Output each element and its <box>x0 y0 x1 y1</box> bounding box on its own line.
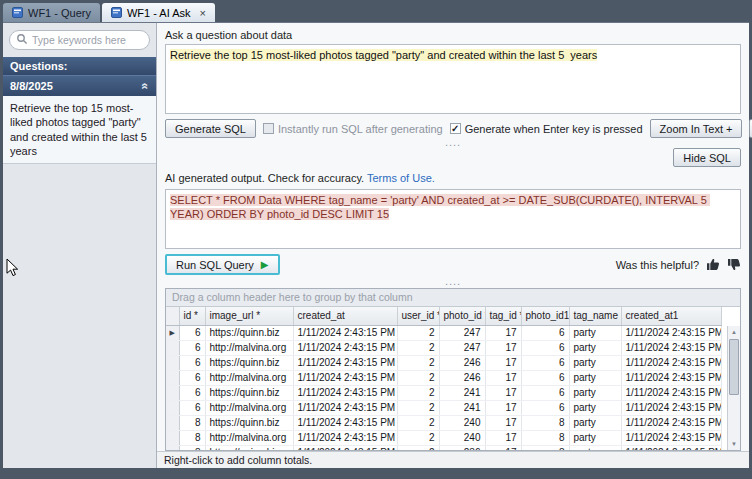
splitter-handle-bottom[interactable]: .... <box>157 277 749 286</box>
row-selector[interactable] <box>166 415 179 430</box>
instant-run-checkbox[interactable] <box>263 123 274 134</box>
terms-of-use-link[interactable]: Terms of Use. <box>367 172 435 184</box>
grid-cell[interactable]: 17 <box>485 415 521 430</box>
row-selector[interactable] <box>166 340 179 355</box>
grid-cell[interactable]: https://quinn.biz <box>205 325 293 340</box>
grid-cell[interactable]: 2 <box>397 385 439 400</box>
grid-cell[interactable]: 247 <box>439 325 485 340</box>
row-selector[interactable] <box>166 370 179 385</box>
collapse-chevron-icon[interactable]: « <box>139 83 153 90</box>
sql-output[interactable]: SELECT * FROM Data WHERE tag_name = 'par… <box>165 189 741 249</box>
row-selector[interactable] <box>166 400 179 415</box>
grid-cell[interactable]: party <box>569 325 621 340</box>
grid-cell[interactable]: 8 <box>521 430 569 445</box>
generate-sql-button[interactable]: Generate SQL <box>165 119 256 138</box>
table-row[interactable]: 6http://malvina.org1/11/2024 2:43:15 PM2… <box>166 370 721 385</box>
grid-cell[interactable]: 6 <box>179 355 205 370</box>
grid-cell[interactable]: http://malvina.org <box>205 370 293 385</box>
group-by-bar[interactable]: Drag a column header here to group by th… <box>166 289 740 307</box>
grid-cell[interactable]: https://quinn.biz <box>205 385 293 400</box>
grid-cell[interactable]: 6 <box>521 355 569 370</box>
column-header[interactable]: user_id * <box>397 307 439 325</box>
table-row[interactable]: 6http://malvina.org1/11/2024 2:43:15 PM2… <box>166 340 721 355</box>
grid-cell[interactable]: 2 <box>397 400 439 415</box>
grid-cell[interactable]: 17 <box>485 370 521 385</box>
grid-cell[interactable]: 240 <box>439 430 485 445</box>
grid-cell[interactable]: 2 <box>397 340 439 355</box>
grid-cell[interactable]: 240 <box>439 415 485 430</box>
grid-cell[interactable]: 17 <box>485 445 521 451</box>
column-header[interactable]: created_at1 <box>621 307 721 325</box>
grid-cell[interactable]: 1/11/2024 2:43:15 PM <box>293 445 397 451</box>
grid-cell[interactable]: https://quinn.biz <box>205 415 293 430</box>
grid-cell[interactable]: 8 <box>179 445 205 451</box>
grid-cell[interactable]: 1/11/2024 2:43:15 PM <box>293 430 397 445</box>
column-header[interactable]: tag_id * <box>485 307 521 325</box>
grid-cell[interactable]: 1/11/2024 2:43:15 PM <box>293 385 397 400</box>
row-selector[interactable] <box>166 445 179 451</box>
grid-cell[interactable]: 8 <box>521 415 569 430</box>
grid-cell[interactable]: 2 <box>397 430 439 445</box>
grid-cell[interactable]: 1/11/2024 2:43:15 PM <box>621 355 721 370</box>
grid-cell[interactable]: 1/11/2024 2:43:15 PM <box>293 340 397 355</box>
close-tab-icon[interactable]: × <box>200 8 206 18</box>
grid-cell[interactable]: 246 <box>439 355 485 370</box>
question-input[interactable]: Retrieve the top 15 most-liked photos ta… <box>165 44 741 114</box>
grid-cell[interactable]: party <box>569 445 621 451</box>
grid-cell[interactable]: 17 <box>485 355 521 370</box>
grid-cell[interactable]: 8 <box>179 415 205 430</box>
tab-wf1-query[interactable]: WF1 - Query <box>3 3 100 22</box>
grid-cell[interactable]: 1/11/2024 2:43:15 PM <box>621 415 721 430</box>
grid-cell[interactable]: 17 <box>485 325 521 340</box>
thumbs-up-icon[interactable] <box>706 258 720 271</box>
grid-cell[interactable]: 2 <box>397 355 439 370</box>
grid-cell[interactable]: party <box>569 415 621 430</box>
enter-key-checkbox[interactable]: ✓ <box>450 123 461 134</box>
scroll-up-button[interactable]: ▲ <box>728 326 740 338</box>
grid-cell[interactable]: party <box>569 430 621 445</box>
run-sql-query-button[interactable]: Run SQL Query ▶ <box>165 254 280 275</box>
grid-cell[interactable]: 1/11/2024 2:43:15 PM <box>621 445 721 451</box>
grid-cell[interactable]: 6 <box>521 325 569 340</box>
grid-cell[interactable]: 2 <box>397 445 439 451</box>
grid-cell[interactable]: http://malvina.org <box>205 430 293 445</box>
grid-cell[interactable]: 6 <box>521 370 569 385</box>
row-selector[interactable] <box>166 355 179 370</box>
table-row[interactable]: ▶6https://quinn.biz1/11/2024 2:43:15 PM2… <box>166 325 721 340</box>
grid-cell[interactable]: 17 <box>485 400 521 415</box>
grid-cell[interactable]: 8 <box>179 430 205 445</box>
grid-cell[interactable]: 241 <box>439 385 485 400</box>
grid-cell[interactable]: 236 <box>439 445 485 451</box>
grid-cell[interactable]: party <box>569 355 621 370</box>
grid-cell[interactable]: 2 <box>397 415 439 430</box>
column-header[interactable]: tag_name <box>569 307 621 325</box>
grid-cell[interactable]: 1/11/2024 2:43:15 PM <box>621 385 721 400</box>
grid-cell[interactable]: party <box>569 340 621 355</box>
vertical-scrollbar[interactable]: ▲ ▼ <box>727 326 740 450</box>
table-row[interactable]: 6https://quinn.biz1/11/2024 2:43:15 PM22… <box>166 355 721 370</box>
grid-cell[interactable]: 1/11/2024 2:43:15 PM <box>293 355 397 370</box>
table-row[interactable]: 6http://malvina.org1/11/2024 2:43:15 PM2… <box>166 400 721 415</box>
table-row[interactable]: 8https://quinn.biz1/11/2024 2:43:15 PM22… <box>166 415 721 430</box>
grid-cell[interactable]: http://malvina.org <box>205 400 293 415</box>
grid-cell[interactable]: 1/11/2024 2:43:15 PM <box>621 370 721 385</box>
column-header[interactable]: photo_id * <box>439 307 485 325</box>
grid-cell[interactable]: 17 <box>485 430 521 445</box>
grid-cell[interactable]: 6 <box>521 400 569 415</box>
grid-cell[interactable]: party <box>569 400 621 415</box>
date-group-header[interactable]: 8/8/2025 « <box>3 75 156 96</box>
grid-cell[interactable]: 17 <box>485 340 521 355</box>
scroll-down-button[interactable]: ▼ <box>728 438 740 450</box>
grid-cell[interactable]: 1/11/2024 2:43:15 PM <box>621 430 721 445</box>
grid-cell[interactable]: party <box>569 385 621 400</box>
grid-cell[interactable]: 6 <box>521 385 569 400</box>
grid-cell[interactable]: 6 <box>179 400 205 415</box>
grid-cell[interactable]: 241 <box>439 400 485 415</box>
scrollbar-track[interactable] <box>728 338 740 438</box>
grid-cell[interactable]: 246 <box>439 370 485 385</box>
grid-cell[interactable]: 1/11/2024 2:43:15 PM <box>621 400 721 415</box>
grid-cell[interactable]: 1/11/2024 2:43:15 PM <box>293 370 397 385</box>
row-selector[interactable] <box>166 430 179 445</box>
table-row[interactable]: 8https://quinn.biz1/11/2024 2:43:15 PM22… <box>166 445 721 451</box>
tab-wf1-ai-ask[interactable]: WF1 - AI Ask × <box>102 3 215 22</box>
